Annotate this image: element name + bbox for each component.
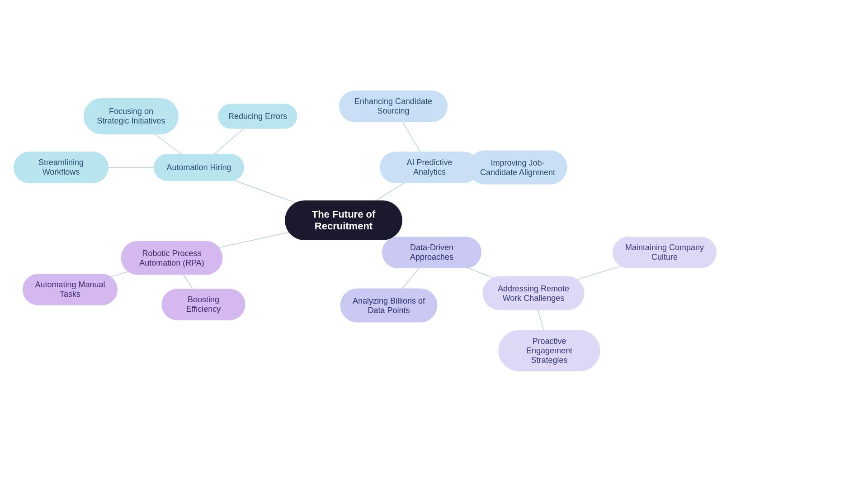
node-data_driven[interactable]: Data-Driven Approaches (382, 237, 481, 268)
node-enhancing_candidate[interactable]: Enhancing Candidate Sourcing (339, 90, 448, 122)
node-improving_alignment[interactable]: Improving Job-Candidate Alignment (468, 151, 567, 185)
node-streamlining_workflows[interactable]: Streamlining Workflows (14, 152, 108, 183)
node-addressing_remote[interactable]: Addressing Remote Work Challenges (483, 276, 585, 310)
node-maintaining_culture[interactable]: Maintaining Company Culture (613, 237, 717, 268)
node-ai_predictive[interactable]: AI Predictive Analytics (380, 152, 479, 183)
node-center[interactable]: The Future of Recruitment (285, 200, 402, 240)
node-rpa[interactable]: Robotic Process Automation (RPA) (121, 241, 223, 275)
node-proactive_engagement[interactable]: Proactive Engagement Strategies (499, 330, 600, 371)
node-focusing_strategic[interactable]: Focusing on Strategic Initiatives (84, 98, 179, 134)
node-analyzing_billions[interactable]: Analyzing Billions of Data Points (340, 289, 438, 323)
node-automation_hiring[interactable]: Automation Hiring (154, 154, 244, 181)
node-reducing_errors[interactable]: Reducing Errors (218, 104, 297, 129)
node-boosting_efficiency[interactable]: Boosting Efficiency (162, 289, 245, 320)
node-automating_manual[interactable]: Automating Manual Tasks (23, 274, 118, 305)
mindmap-canvas: The Future of RecruitmentAutomation Hiri… (0, 0, 868, 490)
